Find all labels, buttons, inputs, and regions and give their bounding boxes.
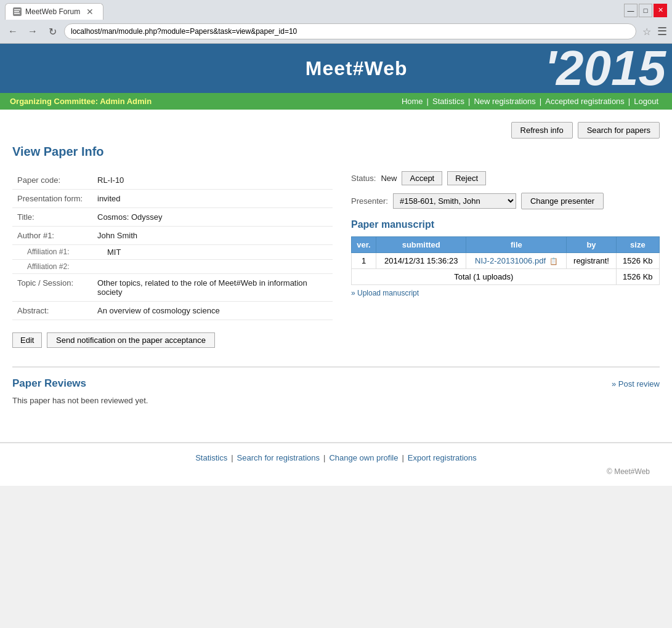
abstract-label: Abstract: bbox=[12, 302, 92, 320]
affiliation1-value: MIT bbox=[92, 245, 333, 260]
presenter-select[interactable]: #158-601, Smith, John bbox=[393, 193, 516, 209]
svg-rect-2 bbox=[14, 11, 19, 12]
author-value: John Smith bbox=[92, 227, 333, 245]
address-bar[interactable] bbox=[64, 23, 636, 39]
file-link[interactable]: NIJ-2-20131006.pdf bbox=[475, 256, 546, 265]
presentation-row: Presentation form: invited bbox=[12, 190, 333, 208]
notify-button[interactable]: Send notification on the paper acceptanc… bbox=[47, 332, 215, 348]
paper-status-section: Status: New Accept Reject Presenter: #15… bbox=[351, 171, 660, 348]
nav-statistics[interactable]: Statistics bbox=[429, 97, 468, 106]
col-submitted: submitted bbox=[376, 237, 466, 253]
reviews-header: Paper Reviews » Post review bbox=[12, 377, 660, 390]
footer-link-export-registrations[interactable]: Export registrations bbox=[404, 453, 480, 462]
status-row: Status: New Accept Reject bbox=[351, 171, 660, 185]
topic-value: Other topics, related to the role of Mee… bbox=[92, 274, 333, 302]
presenter-label: Presenter: bbox=[351, 196, 388, 206]
nav-accepted-registrations[interactable]: Accepted registrations bbox=[541, 97, 628, 106]
tab-title: MeetWeb Forum bbox=[25, 7, 80, 16]
title-value: Cosmos: Odyssey bbox=[92, 208, 333, 227]
author-row: Author #1: John Smith bbox=[12, 227, 333, 245]
nav-home[interactable]: Home bbox=[398, 97, 427, 106]
row-submitted: 2014/12/31 15:36:23 bbox=[376, 253, 466, 269]
affiliation2-value bbox=[92, 260, 333, 274]
browser-tab[interactable]: MeetWeb Forum ✕ bbox=[5, 3, 103, 20]
change-presenter-button[interactable]: Change presenter bbox=[521, 193, 604, 209]
total-label: Total (1 uploads) bbox=[352, 269, 617, 285]
tab-page-icon bbox=[13, 7, 22, 16]
col-ver: ver. bbox=[352, 237, 376, 253]
post-review-link[interactable]: » Post review bbox=[612, 379, 660, 388]
tab-close-button[interactable]: ✕ bbox=[86, 7, 94, 17]
back-button[interactable]: ← bbox=[5, 23, 21, 39]
nav-logout[interactable]: Logout bbox=[630, 97, 662, 106]
paper-code-row: Paper code: RL-I-10 bbox=[12, 171, 333, 190]
page-title: View Paper Info bbox=[12, 145, 660, 161]
svg-rect-3 bbox=[14, 13, 20, 14]
site-header: Meet#Web '2015 bbox=[0, 44, 672, 93]
accept-button[interactable]: Accept bbox=[402, 171, 442, 185]
presentation-label: Presentation form: bbox=[12, 190, 92, 208]
no-review-text: This paper has not been reviewed yet. bbox=[12, 396, 660, 405]
site-nav: Organizing Committee: Admin Admin Home |… bbox=[0, 93, 672, 110]
row-ver: 1 bbox=[352, 253, 376, 269]
search-papers-button[interactable]: Search for papers bbox=[578, 122, 660, 139]
col-by: by bbox=[567, 237, 616, 253]
abstract-value: An overview of cosmology science bbox=[92, 302, 333, 320]
footer-link-search-for-registrations[interactable]: Search for registrations bbox=[233, 453, 323, 462]
col-size: size bbox=[616, 237, 659, 253]
reviews-title: Paper Reviews bbox=[12, 377, 86, 390]
edit-button[interactable]: Edit bbox=[12, 332, 42, 348]
footer-links: Statistics | Search for registrations | … bbox=[10, 453, 662, 462]
row-size: 1526 Kb bbox=[616, 253, 659, 269]
maximize-button[interactable]: □ bbox=[639, 4, 652, 17]
footer-link-change-own-profile[interactable]: Change own profile bbox=[325, 453, 402, 462]
abstract-row: Abstract: An overview of cosmology scien… bbox=[12, 302, 333, 320]
manuscript-table: ver. submitted file by size 1 2014/12/31… bbox=[351, 236, 660, 285]
presentation-value: invited bbox=[92, 190, 333, 208]
reject-button[interactable]: Reject bbox=[447, 171, 486, 185]
bookmark-icon[interactable]: ☆ bbox=[642, 26, 651, 38]
title-label: Title: bbox=[12, 208, 92, 227]
forward-button[interactable]: → bbox=[25, 23, 41, 39]
affiliation1-row: Affiliation #1: MIT bbox=[12, 245, 333, 260]
manuscript-header-row: ver. submitted file by size bbox=[352, 237, 660, 253]
main-content: Refresh info Search for papers View Pape… bbox=[0, 110, 672, 417]
affiliation2-row: Affiliation #2: bbox=[12, 260, 333, 274]
refresh-info-button[interactable]: Refresh info bbox=[511, 122, 573, 139]
paper-action-buttons: Edit Send notification on the paper acce… bbox=[12, 326, 333, 348]
paper-code-value: RL-I-10 bbox=[92, 171, 333, 190]
svg-rect-1 bbox=[14, 9, 20, 10]
file-icon: 📋 bbox=[549, 257, 558, 265]
paper-info-section: Paper code: RL-I-10 Presentation form: i… bbox=[12, 171, 333, 348]
upload-manuscript-link[interactable]: » Upload manuscript bbox=[351, 289, 660, 297]
paper-layout: Paper code: RL-I-10 Presentation form: i… bbox=[12, 171, 660, 348]
status-value: New bbox=[381, 174, 397, 183]
reload-button[interactable]: ↻ bbox=[44, 23, 60, 39]
nav-new-registrations[interactable]: New registrations bbox=[470, 97, 539, 106]
author-label: Author #1: bbox=[12, 227, 92, 245]
paper-info-table: Paper code: RL-I-10 Presentation form: i… bbox=[12, 171, 333, 320]
topic-row: Topic / Session: Other topics, related t… bbox=[12, 274, 333, 302]
footer-copyright: © Meet#Web bbox=[10, 467, 662, 476]
affiliation1-label: Affiliation #1: bbox=[12, 245, 92, 260]
site-title: Meet#Web bbox=[306, 57, 408, 80]
row-by: registrant! bbox=[567, 253, 616, 269]
footer-link-statistics[interactable]: Statistics bbox=[192, 453, 231, 462]
status-label: Status: bbox=[351, 174, 376, 183]
manuscript-title: Paper manuscript bbox=[351, 219, 660, 230]
site-year: '2015 bbox=[544, 44, 672, 93]
manuscript-row: 1 2014/12/31 15:36:23 NIJ-2-20131006.pdf… bbox=[352, 253, 660, 269]
minimize-button[interactable]: — bbox=[624, 4, 638, 17]
nav-links: Home | Statistics | New registrations | … bbox=[398, 97, 662, 106]
affiliation2-label: Affiliation #2: bbox=[12, 260, 92, 274]
site-footer: Statistics | Search for registrations | … bbox=[0, 442, 672, 486]
close-button[interactable]: ✕ bbox=[654, 4, 667, 17]
col-file: file bbox=[466, 237, 567, 253]
menu-icon[interactable]: ☰ bbox=[657, 25, 667, 38]
presenter-row: Presenter: #158-601, Smith, John Change … bbox=[351, 193, 660, 209]
reviews-section: Paper Reviews » Post review This paper h… bbox=[12, 366, 660, 405]
row-file: NIJ-2-20131006.pdf 📋 bbox=[466, 253, 567, 269]
action-buttons-row: Refresh info Search for papers bbox=[12, 122, 660, 139]
org-committee-label: Organizing Committee: Admin Admin bbox=[10, 97, 152, 106]
total-size: 1526 Kb bbox=[616, 269, 659, 285]
